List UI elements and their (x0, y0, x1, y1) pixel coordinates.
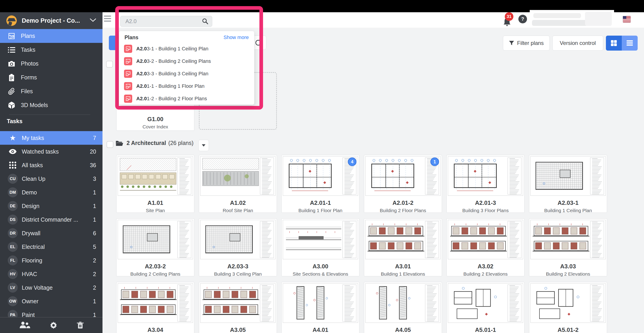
search-input[interactable]: A2.0 (120, 16, 212, 27)
team-avatar: EL (8, 242, 18, 252)
task-filter-electrical[interactable]: ELElectrical 5 (0, 240, 102, 254)
plan-card-a3.03[interactable]: A3.03 Building 2 Elevations (529, 218, 607, 276)
task-filter-demo[interactable]: DMDemo 1 (0, 186, 102, 199)
task-filter-all-tasks[interactable]: All tasks 36 (0, 158, 102, 172)
plan-thumbnail (283, 283, 358, 323)
people-icon[interactable] (19, 322, 30, 329)
section2-header[interactable]: 2 Architectural (26 plans) (116, 140, 194, 146)
search-result-item[interactable]: A2.01-2 - Building 2 Floor Plans (119, 92, 254, 105)
task-filter-my-tasks[interactable]: ★My tasks 7 (0, 131, 102, 145)
view-toggle (606, 36, 638, 50)
plan-card-label: A4.01 Building 1 Wall Sections (282, 323, 359, 333)
grid-dots-icon (8, 160, 18, 170)
plan-card-a3.02[interactable]: A3.02 Building 2 Elevations (446, 218, 524, 276)
plan-card-a1.01[interactable]: A1.01 Site Plan (116, 155, 194, 213)
plan-card-a5.01-1[interactable]: A5.01-1 Building 1 Enlarged Plans (446, 282, 524, 333)
task-filter-design[interactable]: DEDesign 1 (0, 199, 102, 213)
plan-thumbnail (200, 156, 276, 196)
plan-card-a3.00[interactable]: A3.00 Site Sections & Elevations (282, 218, 360, 276)
plan-title: Building 2 Floor Plans (364, 208, 442, 213)
plan-code: A5.01-1 (447, 326, 524, 333)
team-avatar: LV (8, 283, 18, 292)
section1-checkbox[interactable] (106, 61, 113, 68)
plan-title: Cover Index (116, 124, 194, 130)
list-view-button[interactable] (622, 36, 638, 50)
task-count: 7 (93, 135, 96, 141)
task-count: 1 (93, 298, 96, 305)
filter-plans-button[interactable]: Filter plans (503, 36, 550, 50)
project-selector[interactable]: Demo Project - Co... (0, 12, 102, 29)
plan-code: A2.01-1 (282, 200, 359, 206)
plan-thumbnail (365, 156, 440, 196)
plan-thumbnail (200, 283, 276, 323)
clipboard-icon (8, 74, 16, 82)
plan-card-a3.05[interactable]: A3.05 Building 3 (N) Elevations (199, 282, 277, 333)
task-filter-drywall[interactable]: DRDrywall 6 (0, 226, 102, 240)
plan-card-a4.05[interactable]: A4.05 Building 3 Wall Sections (364, 282, 442, 333)
sidebar-item-forms[interactable]: Forms (0, 70, 102, 84)
gear-icon[interactable] (50, 321, 58, 329)
sidebar-item-files[interactable]: Files (0, 84, 102, 98)
task-filter-clean-up[interactable]: CUClean Up 3 (0, 172, 102, 186)
plan-card-label: A2.03-1 Building 1 Ceiling Plan (529, 196, 607, 213)
search-result-item[interactable]: A2.01-1 - Building 1 Floor Plan (119, 80, 254, 92)
sidebar-item-photos[interactable]: Photos (0, 57, 102, 70)
plan-card-label: A3.05 Building 3 (N) Elevations (199, 323, 277, 333)
plan-title: Building 2 Elevations (529, 271, 607, 277)
plan-card-a2.03-1[interactable]: A2.03-1 Building 1 Ceiling Plan (529, 155, 607, 213)
star-icon: ★ (8, 133, 18, 143)
redacted-user-info (530, 10, 614, 29)
us-flag-icon[interactable] (623, 16, 631, 23)
plan-card-a2.03-2[interactable]: A2.03-2 Building 2 Ceiling Plans (116, 218, 194, 276)
plan-code: G1.00 (116, 116, 194, 123)
plan-code: A4.01 (282, 326, 359, 333)
plan-card-a3.04[interactable]: A3.04 Building 3 (E) Elevations (116, 282, 194, 333)
hamburger-menu-icon[interactable] (104, 16, 111, 23)
sidebar-item-3d-models[interactable]: 3D Models (0, 98, 102, 112)
plan-card-a2.01-1[interactable]: A2.01-1 Building 1 Floor Plan 4 (282, 155, 360, 213)
task-filter-district-commander-[interactable]: DSDistrict Commander ... 1 (0, 213, 102, 226)
tasks-section-header: Tasks (7, 118, 22, 124)
team-avatar: DS (8, 214, 18, 224)
plan-thumbnail (118, 283, 193, 323)
plan-card-a4.01[interactable]: A4.01 Building 1 Wall Sections (282, 282, 360, 333)
plan-code: A2.03-2 (116, 263, 194, 270)
fieldwire-logo-icon (6, 16, 17, 26)
plan-code: A2.01-3 (447, 200, 524, 206)
task-filter-flooring[interactable]: FLFlooring 2 (0, 254, 102, 267)
version-control-button[interactable]: Version control (552, 36, 603, 50)
plan-code: A3.01 (364, 263, 442, 270)
plan-card-label: A1.02 Roof Site Plan (199, 196, 277, 213)
task-filter-hvac[interactable]: HVHVAC 2 (0, 267, 102, 281)
task-filter-label: District Commander ... (22, 216, 78, 223)
plan-card-a5.01-2[interactable]: A5.01-2 Enlarged Plans Restrooms (529, 282, 607, 333)
plan-card-a2.01-3[interactable]: A2.01-3 Building 3 Floor Plans (446, 155, 524, 213)
help-button[interactable]: ? (518, 15, 527, 23)
plan-card-label: G1.00 Cover Index (116, 112, 194, 130)
task-filter-watched-tasks[interactable]: Watched tasks 20 (0, 145, 102, 158)
plan-card-a2.01-2[interactable]: A2.01-2 Building 2 Floor Plans 1 (364, 155, 442, 213)
task-filter-low-voltage[interactable]: LVLow Voltage 2 (0, 281, 102, 294)
sidebar-item-plans[interactable]: Plans (0, 29, 102, 43)
plan-card-a1.02[interactable]: A1.02 Roof Site Plan (199, 155, 277, 213)
team-avatar: HV (8, 269, 18, 279)
search-result-item[interactable]: A2.03-1 - Building 1 Ceiling Plan (119, 42, 254, 55)
plan-card-a2.03-3[interactable]: A2.03-3 Building 3 Ceiling Plan (199, 218, 277, 276)
team-avatar: FL (8, 256, 18, 266)
search-icon[interactable] (202, 18, 208, 24)
plan-card-label: A3.01 Building 1 Elevations (364, 260, 442, 277)
grid-view-button[interactable] (606, 36, 622, 50)
plan-card-a3.01[interactable]: A3.01 Building 1 Elevations (364, 218, 442, 276)
sidebar-item-tasks[interactable]: Tasks (0, 43, 102, 57)
search-result-item[interactable]: A2.03-3 - Building 3 Ceiling Plan (119, 67, 254, 80)
team-avatar: DE (8, 201, 18, 211)
task-count: 1 (93, 189, 96, 196)
section2-menu-button[interactable] (198, 140, 209, 151)
search-result-label: A2.03-1 - Building 1 Ceiling Plan (136, 46, 208, 52)
plan-thumbnail (200, 220, 276, 260)
search-result-item[interactable]: A2.03-2 - Building 2 Ceiling Plans (119, 55, 254, 67)
show-more-link[interactable]: Show more (224, 34, 249, 40)
section2-checkbox[interactable] (106, 141, 114, 148)
trash-icon[interactable] (77, 322, 84, 329)
task-filter-owner[interactable]: OWOwner 1 (0, 294, 102, 308)
